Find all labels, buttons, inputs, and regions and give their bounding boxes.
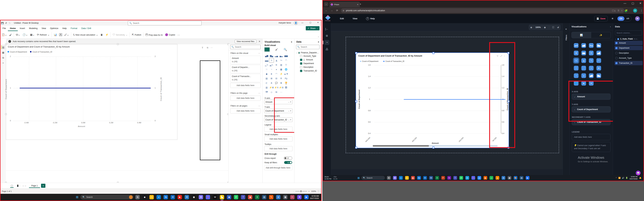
account-name[interactable]: maryam faroo	[278, 22, 291, 24]
field-checkbox[interactable]: ✓	[615, 47, 618, 49]
theme-toggle-icon[interactable]: ☀	[611, 17, 614, 20]
filter-card[interactable]: Count of Departm...is (All)	[230, 65, 261, 73]
field-row[interactable]: ✓Transaction_ID	[294, 69, 321, 73]
maximize-button[interactable]: ▢	[310, 21, 311, 24]
field-row[interactable]: ✓Department	[614, 46, 643, 50]
floating-assistant-button[interactable]: 💬	[636, 171, 640, 175]
browser-menu-kebab-icon[interactable]: ⋮	[640, 9, 643, 12]
maximize-button[interactable]: ▢	[632, 2, 634, 5]
field-row[interactable]: ✓Amount	[614, 41, 643, 45]
y-axis-field[interactable]: ⌄Count of Department	[572, 106, 610, 112]
tray-chevron-icon[interactable]: ^	[616, 177, 617, 179]
filters-collapsed-strip[interactable]: « Filters	[562, 23, 570, 175]
zoom-slider[interactable]	[295, 191, 307, 191]
notification-bell-icon[interactable]: 🔔	[639, 177, 642, 179]
taskbar-app-icon[interactable]: 🗀	[405, 176, 409, 180]
taskbar-app-icon[interactable]: ◉	[484, 176, 487, 180]
taskbar-app-icon[interactable]: ✉	[423, 176, 427, 180]
tab-view[interactable]: View	[40, 26, 48, 31]
taskbar-app-icon[interactable]: ✉	[184, 195, 189, 199]
account-avatar-icon[interactable]: 👤	[294, 21, 298, 25]
visual-type-icon[interactable]: ∷	[264, 67, 269, 72]
visual-type-icon[interactable]: ◠	[274, 72, 279, 76]
model-view-button[interactable]: ⧉	[1, 56, 5, 60]
taskbar-app-icon[interactable]: P	[441, 176, 445, 180]
taskbar-app-icon[interactable]: ▶	[178, 195, 182, 199]
taskbar-app-icon[interactable]: ✉	[170, 195, 175, 199]
legend-dropzone[interactable]: Add data fields here	[264, 127, 292, 132]
prism-logo[interactable]: PRISM	[325, 16, 330, 21]
visual-type-icon[interactable]: ▅▅	[284, 54, 288, 58]
field-checkbox[interactable]: ✓	[615, 42, 618, 44]
visual-type-icon[interactable]: ≫	[274, 90, 279, 94]
dax-button[interactable]: ⚡	[104, 33, 110, 36]
taskbar-app-icon[interactable]: ◎	[478, 176, 481, 180]
visual-type-icon[interactable]: ▇▅	[596, 43, 601, 48]
add-data-fields-dropzone[interactable]: Add data fields here	[230, 108, 261, 113]
browser-profile-avatar[interactable]: m	[633, 9, 637, 13]
visual-expand-icon[interactable]: ⤢	[500, 55, 502, 57]
share-button[interactable]: ↗Share ⌄	[306, 26, 320, 30]
visualization-icon[interactable]: ◔	[324, 40, 329, 45]
visual-type-icon[interactable]: ◮	[581, 58, 586, 63]
field-checkbox[interactable]	[615, 57, 618, 59]
taskbar-app-icon[interactable]: e	[399, 176, 403, 180]
visual-type-icon[interactable]: ⚡	[279, 72, 284, 76]
new-visual-button[interactable]: 📊	[52, 33, 58, 36]
install-app-icon[interactable]: 🖵⭳	[612, 10, 616, 12]
taskbar-app-icon[interactable]: ▶	[304, 195, 308, 199]
build-visual-tab[interactable]	[264, 48, 270, 52]
page-tab[interactable]: Page 1	[29, 183, 40, 188]
more-options-icon[interactable]: ···	[258, 92, 260, 94]
visual-type-icon[interactable]: ⋔	[269, 81, 274, 85]
taskbar-app-icon[interactable]: X	[435, 176, 439, 180]
taskbar-app-icon[interactable]: W	[429, 176, 433, 180]
zoom-out-icon[interactable]: ⊖	[530, 26, 532, 29]
visual-type-icon[interactable]: ⊟	[274, 76, 279, 81]
visual-type-icon[interactable]: 🌐	[284, 67, 288, 72]
tab-optimize[interactable]: Optimize	[48, 26, 60, 31]
visual-type-icon[interactable]: ▇▅	[596, 73, 601, 78]
field-row[interactable]: Account_Type	[614, 56, 643, 60]
field-checkbox[interactable]: ✓	[300, 62, 302, 65]
collapse-panel-icon[interactable]: ›	[610, 25, 611, 28]
desktop-layout-icon[interactable]: 🖵	[10, 184, 14, 187]
taskbar-search-box[interactable]: 🔍Search	[80, 195, 133, 199]
secondary-y-axis-field[interactable]: ⌄Count of Transaction_ID	[572, 119, 610, 125]
taskbar-app-icon[interactable]: ≣	[276, 195, 280, 199]
visual-type-icon[interactable]: 〜	[279, 58, 284, 63]
tab-format[interactable]: Format	[69, 26, 80, 31]
taskbar-app-icon[interactable]: ▲	[496, 176, 499, 180]
banner-close-icon[interactable]: ✕	[259, 40, 260, 43]
lang-ar[interactable]: AR	[624, 17, 631, 21]
taskbar-app-icon[interactable]: 🛍	[164, 195, 168, 199]
taskbar-app-icon[interactable]: ▣	[192, 195, 196, 199]
fit-screen-icon[interactable]: ⛶	[552, 26, 554, 29]
taskbar-app-icon[interactable]: 🛍	[417, 176, 421, 180]
visual-type-icon[interactable]: ▅▇	[596, 51, 601, 55]
language-toggle[interactable]: ENAR	[617, 16, 632, 21]
tab-search-chevron-icon[interactable]: ⌄	[324, 2, 328, 6]
filter-card[interactable]: Count of Transactio...is (All)	[230, 74, 261, 82]
smart-visual-tab[interactable]: ✨	[591, 32, 611, 38]
taskbar-search-box[interactable]: 🔍Search	[361, 176, 385, 180]
taskbar-app-icon[interactable]: ▙	[220, 195, 224, 199]
filters-search-box[interactable]: 🔍Search	[230, 45, 261, 49]
site-settings-icon[interactable]: ⊜	[342, 10, 344, 12]
hierarchy-icon[interactable]: 品	[324, 47, 329, 52]
field-checkbox[interactable]	[615, 52, 618, 54]
taskbar-app-icon[interactable]: 🎨	[514, 176, 517, 180]
line-chart-visual[interactable]: Count of Department and Count of Transac…	[6, 44, 178, 140]
visual-more-icon[interactable]: ⋮	[504, 55, 505, 57]
prayer-time-widget[interactable]: Dhuhr12:08 PM After01:09	[324, 176, 337, 180]
keep-all-filters-toggle[interactable]: On	[284, 161, 292, 164]
table-view-button[interactable]: ▦	[1, 51, 5, 55]
field-row[interactable]: ✓Department	[294, 62, 321, 65]
visual-more-icon[interactable]: ⋯	[210, 47, 212, 49]
visual-type-icon[interactable]: 🏆	[284, 81, 288, 85]
taskbar-app-icon[interactable]: T	[241, 195, 245, 199]
visual-type-icon[interactable]: ▅▇	[581, 43, 586, 48]
visual-type-icon[interactable]: ◔	[574, 73, 578, 78]
visual-type-icon[interactable]: ≋	[589, 81, 594, 86]
dashboard-icon[interactable]: ⊞	[324, 33, 329, 38]
